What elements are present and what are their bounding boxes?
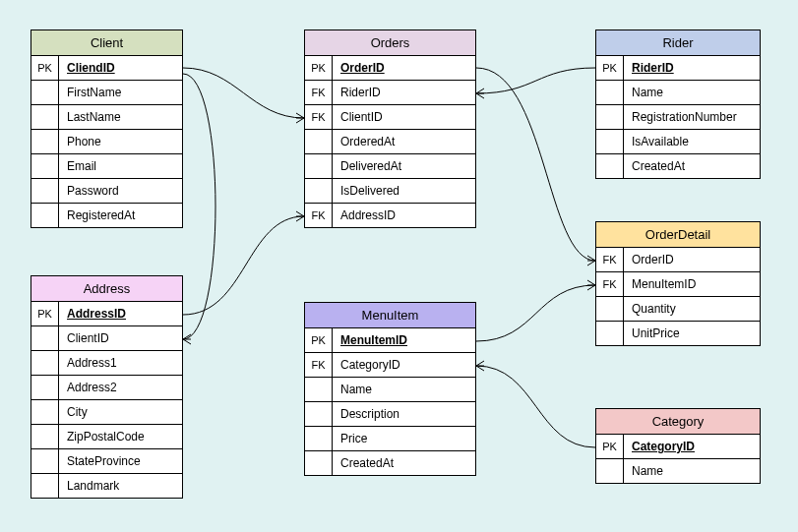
- entity-title: MenuItem: [305, 303, 475, 328]
- key-indicator: PK: [305, 56, 333, 80]
- field-name: OrderedAt: [333, 130, 475, 153]
- field-name: RiderID: [624, 56, 760, 80]
- field-name: CategoryID: [333, 353, 475, 377]
- key-indicator: PK: [31, 56, 59, 80]
- field-name: CategoryID: [624, 435, 760, 458]
- field-name: Price: [333, 427, 475, 450]
- field-name: ClientID: [59, 326, 182, 350]
- key-indicator: PK: [305, 328, 333, 352]
- key-indicator: FK: [305, 81, 333, 104]
- field-name: IsAvailable: [624, 130, 760, 153]
- entity-title: Address: [31, 276, 182, 302]
- field-name: AddressID: [333, 204, 475, 227]
- field-name: Email: [59, 154, 182, 178]
- entity-rider: Rider PKRiderID Name RegistrationNumber …: [595, 30, 761, 179]
- field-name: CreatedAt: [624, 154, 760, 178]
- entity-menuitem: MenuItem PKMenuItemID FKCategoryID Name …: [304, 302, 476, 476]
- field-name: StateProvince: [59, 449, 182, 473]
- field-name: RegistrationNumber: [624, 105, 760, 129]
- field-name: City: [59, 400, 182, 424]
- field-name: RiderID: [333, 81, 475, 104]
- field-name: Password: [59, 179, 182, 203]
- field-name: Phone: [59, 130, 182, 153]
- field-name: IsDelivered: [333, 179, 475, 203]
- entity-title: Orders: [305, 30, 475, 56]
- entity-category: Category PKCategoryID Name: [595, 408, 761, 484]
- key-indicator: FK: [596, 272, 624, 296]
- entity-title: Client: [31, 30, 182, 56]
- field-name: OrderID: [624, 248, 760, 271]
- key-indicator: FK: [305, 204, 333, 227]
- field-name: RegisteredAt: [59, 204, 182, 227]
- key-indicator: FK: [596, 248, 624, 271]
- field-name: Name: [624, 81, 760, 104]
- entity-title: Category: [596, 409, 760, 435]
- field-name: Quantity: [624, 297, 760, 321]
- key-indicator: PK: [596, 56, 624, 80]
- entity-title: OrderDetail: [596, 222, 760, 248]
- key-indicator: FK: [305, 105, 333, 129]
- key-indicator: FK: [305, 353, 333, 377]
- field-name: Address1: [59, 351, 182, 375]
- key-indicator: PK: [596, 435, 624, 458]
- key-indicator: PK: [31, 302, 59, 325]
- field-name: Name: [333, 378, 475, 401]
- field-name: AddressID: [59, 302, 182, 325]
- field-name: DeliveredAt: [333, 154, 475, 178]
- entity-title: Rider: [596, 30, 760, 56]
- field-name: OrderID: [333, 56, 475, 80]
- field-name: CreatedAt: [333, 451, 475, 475]
- field-name: FirstName: [59, 81, 182, 104]
- field-name: MenuItemID: [333, 328, 475, 352]
- field-name: UnitPrice: [624, 322, 760, 345]
- entity-address: Address PKAddressID ClientID Address1 Ad…: [31, 275, 183, 499]
- field-name: ClientID: [333, 105, 475, 129]
- field-name: ZipPostalCode: [59, 425, 182, 448]
- field-name: Address2: [59, 376, 182, 399]
- field-name: CliendID: [59, 56, 182, 80]
- field-name: Name: [624, 459, 760, 483]
- field-name: Description: [333, 402, 475, 426]
- field-name: Landmark: [59, 474, 182, 498]
- entity-orderdetail: OrderDetail FKOrderID FKMenuItemID Quant…: [595, 221, 761, 346]
- field-name: MenuItemID: [624, 272, 760, 296]
- field-name: LastName: [59, 105, 182, 129]
- entity-orders: Orders PKOrderID FKRiderID FKClientID Or…: [304, 30, 476, 228]
- entity-client: Client PKCliendID FirstName LastName Pho…: [31, 30, 183, 228]
